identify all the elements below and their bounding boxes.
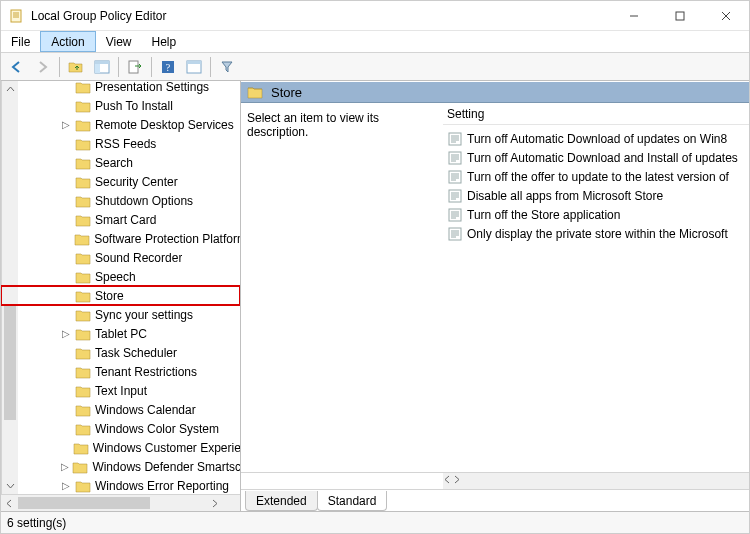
tree-item-label: Windows Error Reporting — [95, 479, 229, 493]
tree-item[interactable]: Tenant Restrictions — [1, 362, 240, 381]
expand-icon[interactable]: ▷ — [57, 329, 75, 339]
folder-icon — [75, 175, 91, 189]
menu-file[interactable]: File — [1, 31, 40, 52]
tree-item[interactable]: Software Protection Platform — [1, 229, 240, 248]
setting-label: Disable all apps from Microsoft Store — [467, 189, 663, 203]
svg-rect-0 — [11, 10, 21, 22]
tree-item[interactable]: Store — [1, 286, 240, 305]
tab-standard[interactable]: Standard — [317, 491, 388, 511]
forward-button[interactable] — [31, 56, 55, 78]
folder-icon — [75, 137, 91, 151]
tree-view[interactable]: Presentation SettingsPush To Install▷Rem… — [1, 81, 240, 494]
scroll-thumb[interactable] — [4, 306, 16, 420]
svg-rect-15 — [187, 61, 201, 64]
scroll-left-button[interactable] — [443, 473, 452, 489]
gpedit-window: Local Group Policy Editor File Action Vi… — [0, 0, 750, 534]
svg-rect-5 — [676, 12, 684, 20]
tree-item[interactable]: RSS Feeds — [1, 134, 240, 153]
scroll-right-button[interactable] — [206, 495, 223, 511]
tree-item[interactable]: Smart Card — [1, 210, 240, 229]
tree-vertical-scrollbar[interactable] — [1, 81, 18, 494]
folder-icon — [75, 213, 91, 227]
maximize-button[interactable] — [657, 1, 703, 31]
scroll-track[interactable] — [18, 495, 206, 511]
folder-icon — [75, 118, 91, 132]
folder-icon — [75, 403, 91, 417]
tree-item-label: Speech — [95, 270, 136, 284]
titlebar: Local Group Policy Editor — [1, 1, 749, 31]
menu-action[interactable]: Action — [40, 31, 95, 52]
expand-icon[interactable]: ▷ — [57, 120, 75, 130]
column-header-setting[interactable]: Setting — [443, 103, 749, 125]
folder-icon — [75, 156, 91, 170]
view-tabs: Extended Standard — [241, 489, 749, 511]
back-button[interactable] — [5, 56, 29, 78]
tree-item-label: Remote Desktop Services — [95, 118, 234, 132]
toolbar-separator — [210, 57, 211, 77]
scroll-thumb[interactable] — [18, 497, 150, 509]
folder-icon — [75, 270, 91, 284]
policy-icon — [447, 207, 463, 223]
tree-item[interactable]: Text Input — [1, 381, 240, 400]
settings-list-body[interactable]: Turn off Automatic Download of updates o… — [443, 125, 749, 472]
tree-item[interactable]: Search — [1, 153, 240, 172]
policy-icon — [447, 188, 463, 204]
setting-item[interactable]: Turn off Automatic Download of updates o… — [443, 129, 749, 148]
svg-rect-41 — [449, 228, 461, 240]
tree-item-label: Push To Install — [95, 99, 173, 113]
setting-item[interactable]: Turn off Automatic Download and Install … — [443, 148, 749, 167]
setting-item[interactable]: Only display the private store within th… — [443, 224, 749, 243]
category-header: Store — [241, 81, 749, 103]
menu-help[interactable]: Help — [142, 31, 187, 52]
tree-item[interactable]: Windows Color System — [1, 419, 240, 438]
minimize-button[interactable] — [611, 1, 657, 31]
tree-item[interactable]: Sync your settings — [1, 305, 240, 324]
tree-item[interactable]: ▷Tablet PC — [1, 324, 240, 343]
tree-item[interactable]: ▷Windows Defender Smartscreen — [1, 457, 240, 476]
tree-item[interactable]: ▷Remote Desktop Services — [1, 115, 240, 134]
tree-item[interactable]: Sound Recorder — [1, 248, 240, 267]
tree-item[interactable]: Speech — [1, 267, 240, 286]
scroll-left-button[interactable] — [1, 495, 18, 511]
tree-horizontal-scrollbar[interactable] — [1, 494, 240, 511]
tree-item[interactable]: ▷Windows Error Reporting — [1, 476, 240, 494]
tree-item[interactable]: Security Center — [1, 172, 240, 191]
menu-view[interactable]: View — [96, 31, 142, 52]
tree-item[interactable]: Presentation Settings — [1, 81, 240, 96]
up-one-level-button[interactable] — [64, 56, 88, 78]
expand-icon[interactable]: ▷ — [57, 481, 75, 491]
tree-item-label: Windows Color System — [95, 422, 219, 436]
scroll-right-button[interactable] — [452, 473, 461, 489]
tree-item-label: Shutdown Options — [95, 194, 193, 208]
tree-item-label: RSS Feeds — [95, 137, 156, 151]
tree-item[interactable]: Windows Customer Experience — [1, 438, 240, 457]
tree-item[interactable]: Task Scheduler — [1, 343, 240, 362]
tree-item-label: Windows Customer Experience — [93, 441, 240, 455]
help-button[interactable]: ? — [156, 56, 180, 78]
close-button[interactable] — [703, 1, 749, 31]
folder-icon — [75, 251, 91, 265]
tab-extended[interactable]: Extended — [245, 491, 318, 511]
properties-button[interactable] — [182, 56, 206, 78]
details-horizontal-scrollbar[interactable] — [241, 472, 749, 489]
toolbar: ? — [1, 53, 749, 81]
expand-icon[interactable]: ▷ — [57, 462, 72, 472]
tree-item[interactable]: Push To Install — [1, 96, 240, 115]
setting-item[interactable]: Turn off the offer to update to the late… — [443, 167, 749, 186]
toolbar-separator — [59, 57, 60, 77]
setting-label: Turn off Automatic Download and Install … — [467, 151, 738, 165]
show-hide-tree-button[interactable] — [90, 56, 114, 78]
setting-item[interactable]: Turn off the Store application — [443, 205, 749, 224]
tree-item[interactable]: Windows Calendar — [1, 400, 240, 419]
svg-rect-26 — [449, 171, 461, 183]
tree-item-label: Task Scheduler — [95, 346, 177, 360]
folder-icon — [72, 460, 88, 474]
setting-item[interactable]: Disable all apps from Microsoft Store — [443, 186, 749, 205]
folder-icon — [75, 194, 91, 208]
export-list-button[interactable] — [123, 56, 147, 78]
scroll-track[interactable] — [2, 98, 18, 477]
tree-item[interactable]: Shutdown Options — [1, 191, 240, 210]
description-column: Select an item to view its description. — [241, 103, 443, 472]
status-text: 6 setting(s) — [7, 516, 66, 530]
filter-button[interactable] — [215, 56, 239, 78]
